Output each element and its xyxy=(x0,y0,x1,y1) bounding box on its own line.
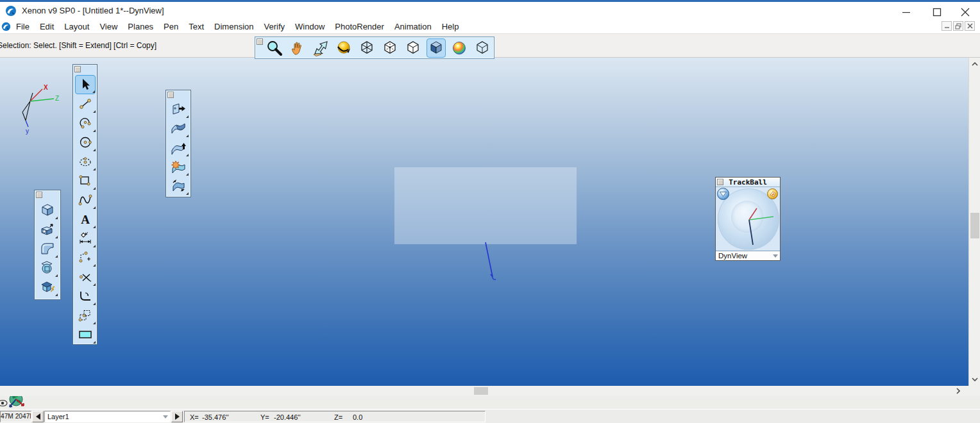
line-tool[interactable] xyxy=(75,94,96,113)
trim-surface-tool[interactable] xyxy=(168,157,189,176)
revolve-solid-tool[interactable] xyxy=(37,258,58,278)
menu-window[interactable]: Window xyxy=(290,21,330,33)
shell-solid-tool[interactable] xyxy=(37,278,58,297)
triad-x-label: X xyxy=(44,84,48,91)
trackball-chevron-down-button[interactable] xyxy=(717,188,729,200)
extrude-solid-tool[interactable] xyxy=(37,220,58,239)
menu-file[interactable]: File xyxy=(11,21,35,33)
arc-tool[interactable] xyxy=(75,113,96,133)
menu-animation[interactable]: Animation xyxy=(389,21,437,33)
menu-edit[interactable]: Edit xyxy=(35,21,59,33)
trackball-reset-button[interactable] xyxy=(767,188,778,199)
block-solid-tool[interactable] xyxy=(37,201,58,220)
loft-surface-icon xyxy=(170,120,187,137)
scroll-right-button[interactable] xyxy=(953,386,963,396)
trackball-title-bar[interactable]: TrackBall xyxy=(716,178,780,187)
menu-text[interactable]: Text xyxy=(183,21,209,33)
shaded-display-button[interactable] xyxy=(427,38,446,58)
mdi-minimize-button[interactable] xyxy=(942,21,952,31)
offset-surface-tool[interactable] xyxy=(168,138,189,157)
blend-surface-tool[interactable] xyxy=(168,176,189,195)
trim-icon xyxy=(78,269,93,285)
transform-copy-tool[interactable] xyxy=(75,306,96,325)
minimize-button[interactable] xyxy=(895,4,917,21)
menu-planes[interactable]: Planes xyxy=(122,21,158,33)
menu-dimension[interactable]: Dimension xyxy=(209,21,258,33)
trackball-grip[interactable] xyxy=(717,179,723,185)
fill-region-tool[interactable] xyxy=(75,325,96,344)
extrude-surface-tool[interactable] xyxy=(168,99,189,119)
dynamic-zoom-arrow-icon xyxy=(312,39,330,57)
triad-y-label: y xyxy=(26,128,29,135)
extrude-surface-icon xyxy=(170,101,187,117)
mdi-close-button[interactable] xyxy=(965,21,975,31)
menu-layout[interactable]: Layout xyxy=(59,21,94,33)
ellipse-icon xyxy=(78,154,93,169)
palette-grip[interactable] xyxy=(36,192,42,198)
trackball-view-select[interactable]: DynView xyxy=(716,251,780,260)
axis-triad-indicator: X Z y xyxy=(14,82,62,137)
scroll-up-button[interactable] xyxy=(970,59,980,69)
menu-photorender[interactable]: PhotoRender xyxy=(330,21,389,33)
translucent-display-button[interactable] xyxy=(473,38,492,58)
maximize-button[interactable] xyxy=(926,4,948,21)
scroll-down-button[interactable] xyxy=(970,374,980,385)
menu-pen[interactable]: Pen xyxy=(158,21,183,33)
menu-view[interactable]: View xyxy=(94,21,122,33)
render-display-button[interactable] xyxy=(450,38,469,58)
dimension-icon xyxy=(78,231,93,246)
fillet-solid-tool[interactable] xyxy=(37,239,58,258)
trackball-panel: TrackBall xyxy=(715,177,781,261)
rectangle-tool[interactable] xyxy=(75,171,96,190)
toolbar-grip[interactable] xyxy=(257,38,263,45)
memory-indicator: 47M 2047M xyxy=(0,411,31,422)
zoom-tool-button[interactable] xyxy=(265,38,284,58)
pan-tool-button[interactable] xyxy=(288,38,307,58)
title-bar: Xenon v9 SP0 - [Untitled 1*--DynView] xyxy=(0,0,980,19)
window-title: Xenon v9 SP0 - [Untitled 1*--DynView] xyxy=(22,6,164,15)
triad-z-label: Z xyxy=(55,95,59,102)
horizontal-scrollbar[interactable] xyxy=(0,386,980,396)
axis-line-entity[interactable] xyxy=(478,240,503,285)
workplane-object[interactable] xyxy=(394,167,577,244)
mdi-restore-button[interactable] xyxy=(953,21,963,31)
wireframe-display-button[interactable] xyxy=(357,38,376,58)
y-coord-label: Y= xyxy=(260,413,269,422)
rotate-view-tool-button[interactable] xyxy=(334,38,353,58)
palette-grip[interactable] xyxy=(74,66,81,72)
layer-prev-button[interactable] xyxy=(32,411,44,422)
pan-hand-icon xyxy=(289,39,307,57)
circle-tool[interactable] xyxy=(75,133,96,152)
select-tool[interactable] xyxy=(75,75,96,94)
curve-edit-tool[interactable] xyxy=(75,248,96,267)
menu-verify[interactable]: Verify xyxy=(259,21,291,33)
dimension-tool[interactable] xyxy=(75,229,96,248)
menu-help[interactable]: Help xyxy=(437,21,464,33)
trackball-title: TrackBall xyxy=(729,178,767,187)
blend-surface-icon xyxy=(170,178,187,194)
text-tool[interactable]: A xyxy=(75,210,96,229)
triangle-left-icon xyxy=(36,413,40,420)
horizontal-scroll-thumb[interactable] xyxy=(474,387,488,395)
spline-tool[interactable] xyxy=(75,190,96,210)
curve-point-icon xyxy=(78,250,93,265)
vertical-scrollbar[interactable] xyxy=(968,58,980,386)
zoom-dynamic-tool-button[interactable] xyxy=(311,38,330,58)
mdi-restore-icon xyxy=(955,23,961,29)
chevron-down-icon xyxy=(972,377,978,381)
chevron-up-icon xyxy=(972,62,978,66)
reset-home-icon xyxy=(770,191,776,197)
layer-selector[interactable]: Layer1 xyxy=(44,411,171,422)
loft-surface-tool[interactable] xyxy=(168,119,189,138)
viewport-canvas[interactable]: X Z y xyxy=(0,58,968,386)
trim-tool[interactable] xyxy=(75,267,96,286)
hidden-line-display-button[interactable] xyxy=(403,38,423,58)
vertical-scroll-thumb[interactable] xyxy=(970,213,979,238)
palette-grip[interactable] xyxy=(167,92,174,98)
close-button[interactable] xyxy=(954,4,976,21)
hidden-line-dashed-display-button[interactable] xyxy=(380,38,400,58)
z-coord-value: 0.0 xyxy=(353,413,362,422)
fillet-tool[interactable] xyxy=(75,286,96,306)
ellipse-tool[interactable] xyxy=(75,152,96,171)
layer-next-button[interactable] xyxy=(171,411,183,422)
